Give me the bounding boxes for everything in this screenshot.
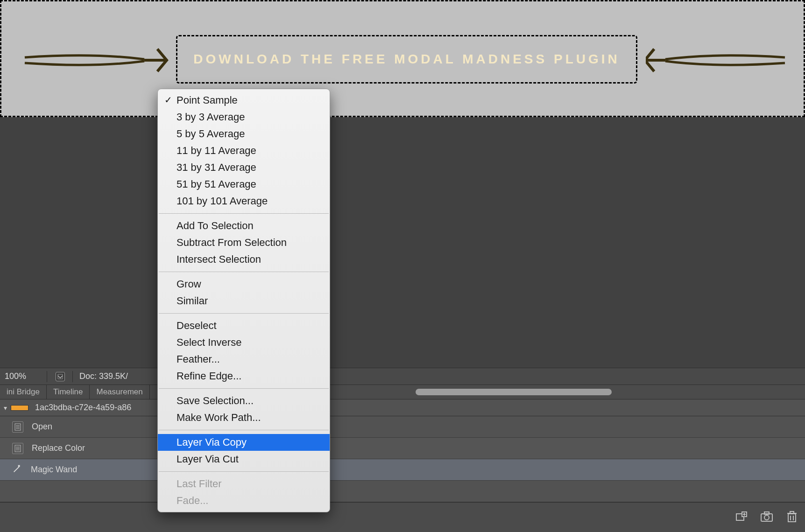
history-file-name: 1ac3bdba-c72e-4a59-a86	[35, 403, 131, 413]
history-step-label: Open	[32, 422, 52, 432]
svg-rect-14	[764, 512, 769, 514]
menu-item-101-by-101-average[interactable]: 101 by 101 Average	[158, 193, 330, 210]
menu-item-layer-via-copy[interactable]: Layer Via Copy	[158, 434, 330, 451]
menu-separator	[159, 313, 329, 314]
menu-item-add-to-selection[interactable]: Add To Selection	[158, 217, 330, 234]
menu-item-grow[interactable]: Grow	[158, 276, 330, 293]
menu-item-refine-edge[interactable]: Refine Edge...	[158, 368, 330, 385]
document-icon	[12, 421, 23, 433]
menu-item-save-selection[interactable]: Save Selection...	[158, 392, 330, 409]
download-plugin-label: DOWNLOAD THE FREE MODAL MADNESS PLUGIN	[193, 52, 620, 67]
tab-timeline[interactable]: Timeline	[47, 385, 90, 399]
menu-item-layer-via-cut[interactable]: Layer Via Cut	[158, 451, 330, 468]
horizontal-scrollbar-thumb[interactable]	[416, 389, 612, 395]
panel-tabs: ini Bridge Timeline Measuremen	[0, 385, 805, 399]
menu-separator	[159, 430, 329, 430]
history-step-magic-wand[interactable]: Magic Wand	[0, 459, 805, 481]
history-step-label: Magic Wand	[31, 465, 77, 475]
download-plugin-button[interactable]: DOWNLOAD THE FREE MODAL MADNESS PLUGIN	[176, 35, 637, 84]
arrow-right-icon	[646, 44, 786, 78]
tab-label: Timeline	[53, 387, 83, 397]
trash-icon[interactable]	[785, 511, 798, 522]
menu-item-3-by-3-average[interactable]: 3 by 3 Average	[158, 109, 330, 126]
history-step-open[interactable]: Open	[0, 416, 805, 438]
magic-wand-icon	[12, 463, 22, 476]
document-icon	[12, 443, 23, 454]
menu-separator	[159, 272, 329, 272]
camera-icon[interactable]	[760, 511, 773, 522]
menu-item-intersect-selection[interactable]: Intersect Selection	[158, 251, 330, 268]
svg-rect-18	[790, 511, 794, 513]
menu-item-31-by-31-average[interactable]: 31 by 31 Average	[158, 159, 330, 176]
chevron-down-icon: ▾	[4, 404, 7, 412]
menu-item-subtract-from-selection[interactable]: Subtract From Selection	[158, 234, 330, 251]
menu-item-last-filter: Last Filter	[158, 476, 330, 492]
status-bar: 100% Doc: 339.5K/	[0, 368, 805, 385]
banner-area: DOWNLOAD THE FREE MODAL MADNESS PLUGIN	[0, 0, 805, 117]
separator	[72, 371, 73, 382]
tab-label: Measuremen	[96, 387, 142, 397]
new-snapshot-icon[interactable]	[735, 511, 748, 522]
history-step-label: Replace Color	[32, 443, 85, 453]
menu-item-51-by-51-average[interactable]: 51 by 51 Average	[158, 176, 330, 193]
tab-measurement[interactable]: Measuremen	[90, 385, 149, 399]
menu-item-similar[interactable]: Similar	[158, 293, 330, 309]
history-steps: Open Replace Color Magic Wand	[0, 416, 805, 502]
doc-size-label: Doc: 339.5K/	[79, 371, 128, 381]
history-swatch-icon	[11, 405, 28, 411]
menu-item-point-sample[interactable]: Point Sample	[158, 92, 330, 109]
menu-item-deselect[interactable]: Deselect	[158, 317, 330, 334]
menu-item-make-work-path[interactable]: Make Work Path...	[158, 409, 330, 426]
separator	[47, 371, 47, 382]
svg-rect-16	[788, 514, 796, 522]
zoom-level[interactable]: 100%	[5, 371, 44, 381]
arrow-left-icon	[24, 44, 169, 78]
document-canvas[interactable]	[0, 119, 805, 377]
tab-mini-bridge[interactable]: ini Bridge	[0, 385, 47, 399]
history-step-replace-color[interactable]: Replace Color	[0, 438, 805, 459]
svg-point-15	[764, 515, 769, 520]
expand-icon[interactable]	[56, 372, 65, 381]
menu-separator	[159, 471, 329, 472]
history-header-row[interactable]: ▾ 1ac3bdba-c72e-4a59-a86	[0, 399, 805, 416]
menu-item-select-inverse[interactable]: Select Inverse	[158, 334, 330, 351]
menu-separator	[159, 213, 329, 214]
menu-item-5-by-5-average[interactable]: 5 by 5 Average	[158, 126, 330, 142]
menu-item-feather[interactable]: Feather...	[158, 351, 330, 368]
menu-item-fade: Fade...	[158, 492, 330, 509]
menu-item-11-by-11-average[interactable]: 11 by 11 Average	[158, 142, 330, 159]
context-menu[interactable]: Point Sample3 by 3 Average5 by 5 Average…	[157, 89, 330, 512]
bottom-toolbar	[0, 502, 805, 532]
history-step-empty	[0, 481, 805, 502]
menu-separator	[159, 388, 329, 389]
app-root: DOWNLOAD THE FREE MODAL MADNESS PLUGIN 1…	[0, 0, 805, 532]
tab-label: ini Bridge	[7, 387, 40, 397]
